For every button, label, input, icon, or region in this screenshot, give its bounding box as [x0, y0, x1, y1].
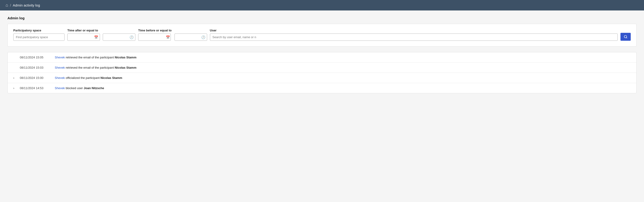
section-title: Admin log	[8, 16, 636, 20]
time-before-label: Time before or equal to	[138, 29, 172, 32]
time-before-time-label	[174, 29, 207, 32]
log-timestamp: 08/11/2024 15:00	[20, 76, 52, 80]
time-after-time-wrapper: 🕐	[103, 33, 135, 41]
expand-toggle[interactable]: ›	[13, 86, 18, 90]
search-icon	[624, 35, 628, 39]
filter-panel: Participatory space Time after or equal …	[8, 24, 636, 46]
log-text: Shevek retrieved the email of the partic…	[55, 56, 136, 59]
log-row: 08/11/2024 15:03Shevek retrieved the ema…	[8, 63, 636, 73]
time-after-date-wrapper: 📅	[67, 33, 100, 41]
log-timestamp: 08/11/2024 15:05	[20, 56, 52, 59]
time-after-date-input[interactable]	[67, 33, 100, 41]
log-row: ›08/11/2024 15:00Shevek officialized the…	[8, 73, 636, 83]
log-row: 08/11/2024 15:05Shevek retrieved the ema…	[8, 52, 636, 63]
time-before-time-input[interactable]	[174, 33, 207, 41]
actor-link[interactable]: Shevek	[55, 66, 65, 69]
time-after-time-input[interactable]	[103, 33, 135, 41]
user-label: User	[210, 29, 618, 32]
expand-toggle[interactable]: ›	[13, 76, 18, 80]
home-icon[interactable]: ⌂	[6, 3, 8, 8]
time-before-date-input[interactable]	[138, 33, 171, 41]
log-subject: Nicolas Stamm	[115, 56, 136, 59]
log-timestamp: 08/11/2024 14:53	[20, 86, 52, 90]
time-before-date-wrapper: 📅	[138, 33, 172, 41]
user-search-input[interactable]	[210, 33, 618, 41]
user-filter-group: User	[210, 29, 618, 41]
actor-link[interactable]: Shevek	[55, 56, 65, 59]
time-after-label: Time after or equal to	[67, 29, 100, 32]
filter-row: Participatory space Time after or equal …	[13, 29, 631, 41]
svg-line-1	[626, 37, 627, 38]
header-bar: ⌂ / Admin activity log	[0, 0, 644, 10]
time-before-date-group: Time before or equal to 📅	[138, 29, 172, 41]
log-subject: Nicolas Stamm	[100, 76, 122, 80]
time-after-date-group: Time after or equal to 📅	[67, 29, 100, 41]
actor-link[interactable]: Shevek	[55, 76, 65, 80]
log-timestamp: 08/11/2024 15:03	[20, 66, 52, 69]
participatory-space-input[interactable]	[13, 33, 64, 41]
log-text: Shevek retrieved the email of the partic…	[55, 66, 136, 69]
log-subject: Joan Nitzsche	[84, 86, 104, 90]
page-title: Admin activity log	[13, 3, 40, 7]
log-text: Shevek blocked user Joan Nitzsche	[55, 86, 104, 90]
time-before-time-group: 🕐	[174, 29, 207, 41]
actor-link[interactable]: Shevek	[55, 86, 65, 90]
time-before-time-wrapper: 🕐	[174, 33, 207, 41]
participatory-space-label: Participatory space	[13, 29, 64, 32]
time-after-time-group: 🕐	[103, 29, 135, 41]
breadcrumb-separator: /	[10, 3, 11, 7]
log-subject: Nicolas Stamm	[115, 66, 136, 69]
time-after-time-label	[103, 29, 135, 32]
search-button[interactable]	[620, 33, 631, 41]
log-row: ›08/11/2024 14:53Shevek blocked user Joa…	[8, 83, 636, 93]
page-content: Admin log Participatory space Time after…	[0, 10, 644, 99]
participatory-space-group: Participatory space	[13, 29, 64, 41]
log-text: Shevek officialized the participant Nico…	[55, 76, 122, 80]
log-panel: 08/11/2024 15:05Shevek retrieved the ema…	[8, 52, 636, 93]
